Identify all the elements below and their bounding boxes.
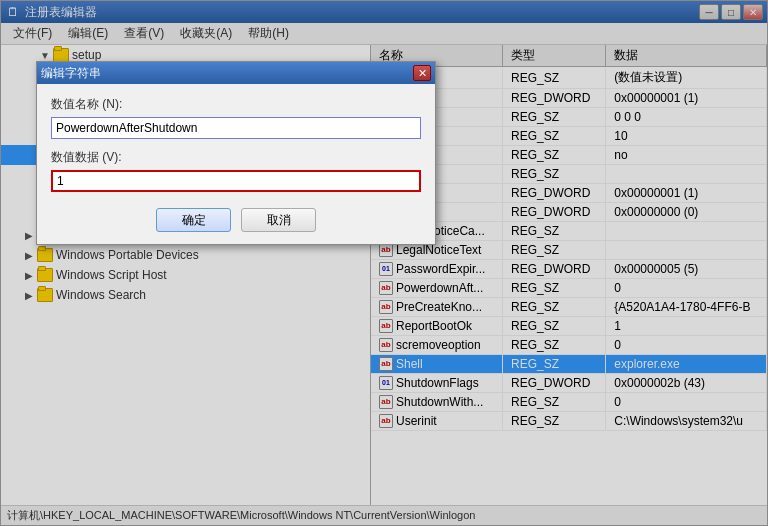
dialog-buttons: 确定 取消 [51, 208, 421, 232]
dialog-overlay: 编辑字符串 ✕ 数值名称 (N): 数值数据 (V): 确定 取消 [1, 1, 767, 525]
edit-string-dialog: 编辑字符串 ✕ 数值名称 (N): 数值数据 (V): 确定 取消 [36, 61, 436, 245]
dialog-body: 数值名称 (N): 数值数据 (V): 确定 取消 [37, 84, 435, 244]
cancel-button[interactable]: 取消 [241, 208, 316, 232]
ok-button[interactable]: 确定 [156, 208, 231, 232]
main-window: 🗒 注册表编辑器 ─ □ ✕ 文件(F) 编辑(E) 查看(V) 收藏夹(A) … [0, 0, 768, 526]
name-label: 数值名称 (N): [51, 96, 421, 113]
dialog-close-button[interactable]: ✕ [413, 65, 431, 81]
data-input[interactable] [51, 170, 421, 192]
dialog-title-bar: 编辑字符串 ✕ [37, 62, 435, 84]
name-input[interactable] [51, 117, 421, 139]
data-label: 数值数据 (V): [51, 149, 421, 166]
dialog-title: 编辑字符串 [41, 65, 101, 82]
